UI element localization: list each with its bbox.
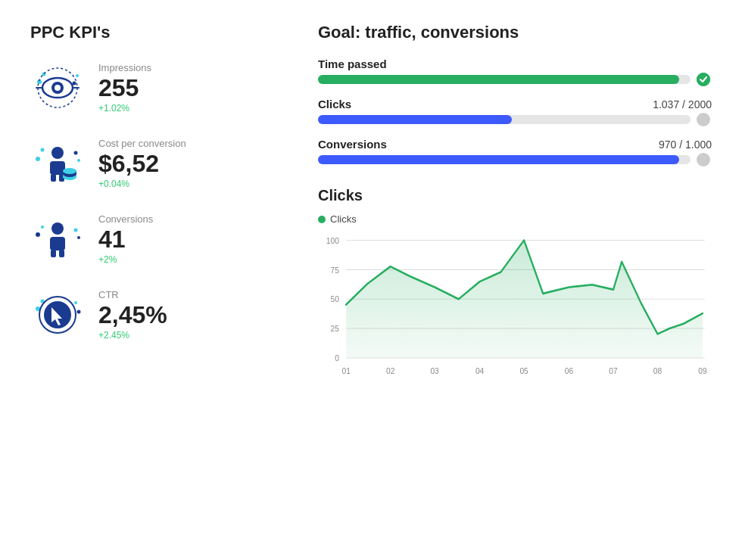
svg-point-26 (77, 236, 80, 239)
kpi-impressions-label: Impressions (98, 62, 151, 73)
kpi-ctr-change: +2.45% (98, 330, 167, 341)
progress-time-fill (318, 75, 679, 84)
progress-clicks-value: 1.037 / 2000 (653, 98, 712, 110)
svg-point-23 (36, 232, 40, 237)
conversions-icon (30, 212, 85, 266)
svg-text:50: 50 (330, 294, 338, 304)
svg-point-7 (55, 85, 61, 91)
kpi-conversions-value: 41 (98, 226, 153, 253)
svg-point-11 (41, 148, 45, 152)
ctr-icon (30, 288, 85, 342)
kpi-ctr-text: CTR 2,45% +2.45% (98, 289, 167, 341)
svg-rect-29 (51, 250, 56, 257)
kpi-impressions: Impressions 255 +1.02% (30, 61, 288, 115)
progress-time: Time passed (318, 58, 712, 84)
svg-text:01: 01 (341, 366, 350, 375)
chart-section: Clicks Clicks 100 75 50 25 (318, 187, 712, 391)
impressions-icon (30, 61, 85, 115)
kpi-ctr: CTR 2,45% +2.45% (30, 288, 288, 342)
svg-point-27 (51, 222, 64, 235)
kpi-conversions-label: Conversions (98, 213, 153, 225)
svg-text:100: 100 (326, 235, 339, 245)
svg-point-25 (74, 229, 78, 232)
progress-clicks: Clicks 1.037 / 2000 (318, 98, 712, 124)
kpi-cost-value: $6,52 (98, 151, 186, 177)
svg-rect-28 (50, 237, 65, 250)
chart-container: 100 75 50 25 0 (318, 232, 712, 391)
left-column: PPC KPI's (30, 23, 288, 391)
chart-title: Clicks (318, 187, 712, 204)
svg-point-22 (63, 168, 76, 174)
svg-text:07: 07 (609, 366, 617, 375)
kpi-conversions-change: +2% (98, 254, 153, 265)
svg-point-13 (77, 159, 80, 162)
svg-text:03: 03 (430, 366, 438, 375)
progress-time-label: Time passed (318, 58, 387, 70)
svg-point-12 (74, 151, 78, 155)
svg-point-24 (41, 226, 44, 229)
svg-point-14 (51, 147, 64, 159)
legend-label: Clicks (330, 213, 357, 225)
svg-text:25: 25 (330, 324, 338, 334)
kpi-impressions-change: +1.02% (98, 103, 151, 114)
kpi-cost: Cost per conversion $6,52 +0.04% (30, 136, 288, 191)
kpi-ctr-value: 2,45% (98, 302, 167, 328)
kpi-cost-label: Cost per conversion (98, 138, 186, 149)
kpi-ctr-label: CTR (98, 289, 167, 300)
progress-conversions-fill (318, 155, 679, 164)
progress-conversions-bar (318, 155, 691, 164)
svg-text:09: 09 (698, 366, 706, 375)
chart-legend: Clicks (318, 213, 712, 225)
right-title: Goal: traffic, conversions (318, 23, 712, 42)
progress-conversions: Conversions 970 / 1.000 (318, 138, 712, 164)
svg-text:02: 02 (386, 366, 394, 375)
right-column: Goal: traffic, conversions Time passed (318, 23, 712, 391)
svg-text:04: 04 (475, 366, 484, 375)
svg-point-10 (36, 157, 40, 161)
progress-clicks-label: Clicks (318, 98, 351, 110)
progress-clicks-bar (318, 115, 691, 124)
kpi-conversions-text: Conversions 41 +2% (98, 213, 153, 265)
legend-dot (318, 216, 326, 223)
progress-time-bar (318, 75, 691, 84)
kpi-cost-text: Cost per conversion $6,52 +0.04% (98, 138, 186, 189)
cost-icon (30, 136, 85, 191)
progress-conversions-value: 970 / 1.000 (659, 138, 712, 151)
svg-rect-16 (51, 174, 56, 182)
svg-text:0: 0 (335, 353, 339, 363)
svg-point-33 (74, 301, 77, 304)
svg-point-38 (697, 73, 710, 86)
svg-rect-30 (59, 250, 64, 257)
chart-svg: 100 75 50 25 0 (318, 232, 712, 391)
svg-text:75: 75 (330, 265, 338, 275)
kpi-impressions-value: 255 (98, 75, 151, 101)
kpi-conversions: Conversions 41 +2% (30, 212, 288, 266)
progress-clicks-fill (318, 115, 512, 124)
svg-text:06: 06 (565, 366, 573, 375)
kpi-impressions-text: Impressions 255 +1.02% (98, 62, 151, 114)
left-title: PPC KPI's (30, 23, 288, 42)
svg-point-3 (76, 74, 79, 77)
svg-point-34 (77, 310, 81, 314)
svg-text:08: 08 (653, 366, 662, 375)
progress-conversions-label: Conversions (318, 138, 387, 151)
kpi-cost-change: +0.04% (98, 179, 186, 189)
goal-section: Time passed Clicks 1.037 / 2000 (318, 58, 712, 164)
svg-text:05: 05 (519, 366, 528, 375)
